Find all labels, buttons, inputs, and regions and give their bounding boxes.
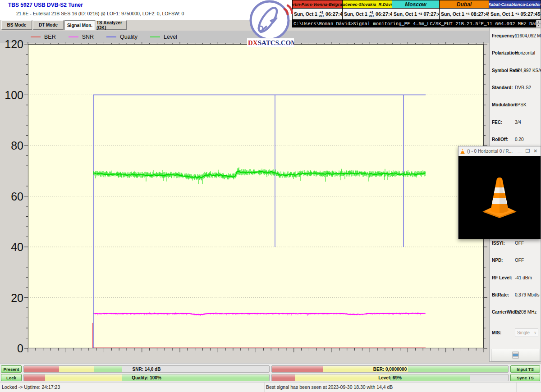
mis-label: MIS: bbox=[492, 330, 501, 335]
clock-cell: DubaiSun, Oct 1+408:27:45 bbox=[440, 0, 489, 20]
y-tick-label: 120 bbox=[0, 38, 23, 50]
param-row-rflevel: RF Level:-41 dBm bbox=[490, 275, 541, 282]
param-value: OFF bbox=[515, 258, 524, 263]
param-label: FEC: bbox=[492, 120, 502, 125]
clock-city-label: Dubai bbox=[440, 0, 489, 9]
clock-utc-offset: +3 bbox=[418, 12, 422, 16]
series-quality bbox=[93, 95, 426, 349]
signal-chart bbox=[28, 44, 484, 348]
y-tick-label: 20 bbox=[0, 292, 23, 304]
param-label: BitRate: bbox=[492, 292, 509, 297]
vlc-close-button[interactable]: ✕ bbox=[532, 148, 539, 154]
param-row-fec: FEC:3/4 bbox=[490, 120, 541, 126]
param-row-carrierwidth: CarrierWidth:0,208 MHz bbox=[490, 310, 541, 316]
logo-text-rest: SATCS.COM bbox=[258, 39, 294, 46]
clock-time-row: Sun, Oct 1+408:27:45 bbox=[440, 9, 489, 19]
clock-city-label: Lučenec-Slovakia_R.Dávid bbox=[343, 0, 392, 9]
legend-item-snr: SNR bbox=[69, 34, 94, 40]
tab-dt-mode[interactable]: DT Mode bbox=[33, 20, 64, 30]
input-ts-button[interactable]: Input TS bbox=[510, 365, 540, 373]
clock-cell: Berlin-Paris-Vienna-BelgradeSun, Oct 1+1… bbox=[292, 0, 343, 20]
param-label: ISSYI: bbox=[492, 241, 505, 246]
quality-bar-row: Lock Quality: 100% bbox=[1, 374, 270, 381]
tuner-subtitle: 21.6E - Eutelsat 21B SES 16 (ID: 0216) @… bbox=[16, 11, 184, 16]
scroll-down-icon[interactable]: ▼ bbox=[536, 24, 541, 28]
logo-text-dx: DX bbox=[248, 39, 258, 46]
param-value: 0.20 bbox=[515, 137, 523, 142]
svg-text:DXSATCS.COM: DXSATCS.COM bbox=[248, 39, 294, 46]
clock-cell: Lučenec-Slovakia_R.DávidSun, Oct 1+1DST0… bbox=[343, 0, 392, 20]
param-row-bitrate: BitRate:0,379 Mbit/s bbox=[490, 292, 541, 299]
transport-stream-button[interactable] bbox=[491, 349, 540, 361]
param-row-issyi: ISSYI:OFF bbox=[490, 241, 541, 247]
vlc-titlebar[interactable]: () - 0 Horizontal 0 / R... — ❐ ✕ bbox=[458, 146, 541, 156]
clock-utc-offset: +1DST bbox=[319, 11, 324, 17]
param-row-polarization: Polarization:Horizontal bbox=[490, 50, 541, 57]
clock-date: Sun, Oct 1 bbox=[441, 11, 464, 17]
chevron-down-icon: ∨ bbox=[534, 331, 538, 335]
param-row-npd: NPD:OFF bbox=[490, 258, 541, 264]
clock-utc-offset: +1DST bbox=[369, 11, 374, 17]
param-label: Standard: bbox=[492, 85, 513, 90]
tab-ts-analyzer-ok-[interactable]: TS Analyzer (OK) bbox=[96, 20, 127, 30]
clock-city-label: Rabat-Casablanca-London bbox=[489, 0, 541, 9]
console-window[interactable]: C:\Users\Roman Dávid>Signal monitoring_P… bbox=[292, 20, 541, 27]
clock-city-label: Moscow bbox=[392, 0, 439, 9]
y-tick-label: 0 bbox=[0, 342, 23, 355]
param-value: 3/4 bbox=[515, 120, 521, 125]
param-value: OFF bbox=[515, 241, 524, 246]
clock-date: Sun, Oct 1 bbox=[394, 11, 417, 17]
axis-ticks bbox=[24, 42, 487, 352]
vlc-minimize-button[interactable]: — bbox=[516, 149, 524, 154]
tab-bs-mode[interactable]: BS Mode bbox=[1, 20, 32, 30]
param-value: 0,208 MHz bbox=[515, 310, 536, 315]
clock-cell: MoscowSun, Oct 1+307:27:45 bbox=[392, 0, 440, 20]
param-value: DVB-S2 bbox=[515, 85, 531, 90]
scroll-up-icon[interactable]: ▲ bbox=[536, 20, 541, 24]
ber-progress-bar: BER: 0,0000000 bbox=[271, 365, 509, 373]
clock-time: 05:27:45 bbox=[521, 11, 541, 17]
y-tick-label: 80 bbox=[0, 139, 23, 152]
vlc-video-area bbox=[458, 156, 541, 238]
param-value: 0,379 Mbit/s bbox=[515, 292, 539, 297]
param-row-frequency: Frequency:11604,092 MHz bbox=[490, 33, 541, 40]
clock-date: Sun, Oct 1 bbox=[491, 11, 514, 17]
satellite-dish-icon: DXSATCS.COM bbox=[247, 0, 294, 47]
console-scrollbar[interactable]: ▲ ▼ bbox=[536, 20, 541, 27]
legend-swatch bbox=[69, 36, 78, 37]
param-value: Horizontal bbox=[515, 50, 535, 55]
ber-bar-label: BER: 0,0000000 bbox=[272, 366, 508, 372]
quality-bar-label: Quality: 100% bbox=[24, 374, 269, 381]
vlc-cone-logo bbox=[477, 174, 522, 221]
clock-time: 08:27:45 bbox=[471, 11, 491, 17]
lock-uptime-status: Locked -> Uptime: 24:17:23 bbox=[2, 384, 60, 390]
statusbar-divider bbox=[516, 383, 517, 392]
vlc-maximize-button[interactable]: ❐ bbox=[524, 148, 532, 154]
series-snr bbox=[95, 313, 425, 315]
console-command-text: C:\Users\Roman Dávid>Signal monitoring_P… bbox=[292, 21, 536, 27]
vlc-cone-icon bbox=[460, 148, 465, 154]
statusbar-divider bbox=[264, 383, 265, 392]
y-tick-label: 40 bbox=[0, 241, 23, 253]
tab-signal-mon-[interactable]: Signal Mon. bbox=[64, 20, 95, 30]
clock-date: Sun, Oct 1 bbox=[344, 11, 367, 17]
present-button[interactable]: Present bbox=[1, 365, 22, 373]
param-row-symbolrate: Symbol Rate:174,992 KS/s bbox=[490, 68, 541, 74]
lock-button[interactable]: Lock bbox=[1, 374, 22, 381]
snr-bar-row: Present SNR: 14,0 dB bbox=[1, 365, 270, 373]
clock-city-label: Berlin-Paris-Vienna-Belgrade bbox=[293, 0, 342, 9]
mis-dropdown[interactable]: Single ∨ bbox=[515, 328, 538, 337]
param-label: RollOff: bbox=[492, 137, 509, 142]
legend-swatch bbox=[106, 36, 116, 37]
param-row-modulation: Modulation:8PSK bbox=[490, 102, 541, 109]
statusbar: Locked -> Uptime: 24:17:23 Best signal h… bbox=[0, 382, 541, 392]
sync-ts-button[interactable]: Sync TS bbox=[510, 374, 540, 381]
quality-progress-bar: Quality: 100% bbox=[23, 374, 270, 381]
stream-list-icon bbox=[512, 351, 519, 359]
best-signal-status: Best signal has been seen at 2023-09-30 … bbox=[266, 384, 393, 390]
tuner-title: TBS 5927 USB DVB-S2 Tuner bbox=[8, 2, 83, 8]
mode-tab-bar: BS ModeDT ModeSignal Mon.TS Analyzer (OK… bbox=[1, 20, 127, 30]
clock-time-row: Sun, Oct 1+105:27:45 bbox=[489, 9, 541, 19]
legend-item-level: Level bbox=[150, 34, 177, 40]
snr-progress-bar: SNR: 14,0 dB bbox=[23, 365, 270, 373]
